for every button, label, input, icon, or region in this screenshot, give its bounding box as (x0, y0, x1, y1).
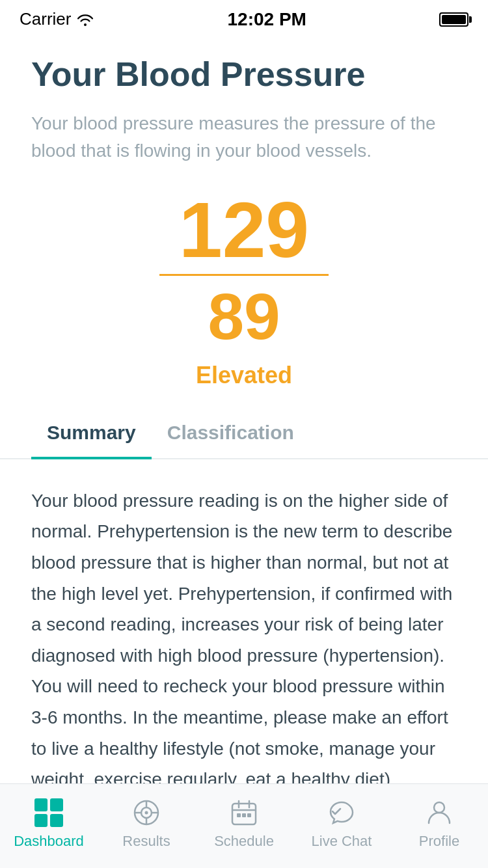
status-bar: Carrier 12:02 PM (0, 0, 488, 36)
tabs-container: Summary Classification (0, 409, 488, 459)
status-time: 12:02 PM (228, 9, 306, 30)
bp-systolic-value: 129 (31, 191, 457, 269)
nav-label-results: Results (122, 833, 170, 850)
dashboard-icon (33, 796, 65, 829)
nav-label-dashboard: Dashboard (14, 833, 84, 850)
bp-divider (159, 274, 329, 276)
summary-text: Your blood pressure reading is on the hi… (31, 485, 457, 795)
svg-point-14 (434, 802, 444, 813)
nav-label-livechat: Live Chat (312, 833, 372, 850)
svg-rect-12 (242, 813, 246, 817)
nav-item-livechat[interactable]: Live Chat (293, 796, 390, 850)
nav-item-dashboard[interactable]: Dashboard (0, 796, 98, 850)
svg-rect-11 (237, 813, 241, 817)
tab-summary[interactable]: Summary (31, 409, 152, 459)
profile-icon (423, 796, 455, 829)
nav-item-schedule[interactable]: Schedule (195, 796, 293, 850)
nav-item-profile[interactable]: Profile (390, 796, 488, 850)
page-title: Your Blood Pressure (31, 55, 457, 94)
main-content: Your Blood Pressure Your blood pressure … (0, 36, 488, 389)
bottom-nav: Dashboard Results (0, 783, 488, 868)
svg-rect-13 (247, 813, 251, 817)
schedule-icon (228, 796, 260, 829)
blood-pressure-display: 129 89 Elevated (31, 191, 457, 389)
bp-status-label: Elevated (31, 362, 457, 389)
tab-classification[interactable]: Classification (152, 409, 310, 459)
svg-point-2 (145, 811, 148, 814)
results-icon (130, 796, 163, 829)
page-description: Your blood pressure measures the pressur… (31, 110, 457, 165)
nav-item-results[interactable]: Results (98, 796, 195, 850)
nav-label-schedule: Schedule (214, 833, 274, 850)
nav-label-profile: Profile (419, 833, 459, 850)
carrier-label: Carrier (20, 9, 94, 29)
livechat-icon (325, 796, 358, 829)
wifi-icon (76, 13, 94, 26)
bp-diastolic-value: 89 (31, 284, 457, 349)
battery-icon (439, 12, 468, 27)
